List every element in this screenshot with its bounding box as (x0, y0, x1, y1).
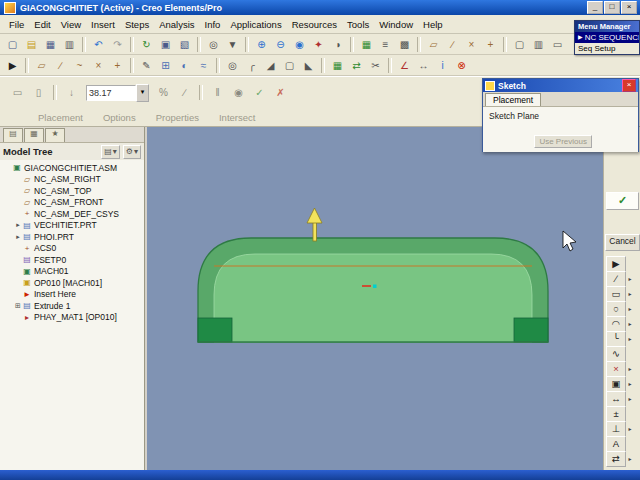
tree-expander-icon[interactable]: ▸ (14, 233, 22, 241)
tree-item-op010-mach01[interactable]: ▣OP010 [MACH01] (0, 277, 144, 289)
solid-feature-icon[interactable]: ▭ (8, 83, 27, 102)
workpiece-front-face[interactable] (214, 254, 532, 342)
menu-edit[interactable]: Edit (29, 17, 55, 32)
tab-intersect[interactable]: Intersect (219, 112, 255, 123)
sweep-tool-icon[interactable]: ≈ (194, 56, 213, 75)
menu-steps[interactable]: Steps (120, 17, 154, 32)
tree-settings-button[interactable]: ⚙▾ (123, 145, 141, 159)
new-file-icon[interactable]: ▢ (3, 35, 22, 54)
select-arrow-icon[interactable]: ▶ (3, 56, 22, 75)
close-button[interactable]: × (621, 1, 637, 14)
no-hidden-icon[interactable]: ▭ (548, 35, 567, 54)
zoom-out-icon[interactable]: ⊖ (271, 35, 290, 54)
paste-icon[interactable]: ▧ (175, 35, 194, 54)
flyout-arrow-icon[interactable]: ▸ (626, 365, 634, 372)
menu-info[interactable]: Info (200, 17, 226, 32)
hole-tool-icon[interactable]: ◎ (223, 56, 242, 75)
flyout-arrow-icon[interactable]: ▸ (626, 335, 634, 342)
datum-axis-toggle-icon[interactable]: ∕ (443, 35, 462, 54)
zoom-in-icon[interactable]: ⊕ (252, 35, 271, 54)
flyout-arrow-icon[interactable]: ▸ (626, 380, 634, 387)
chevron-down-icon[interactable]: ▾ (136, 84, 149, 102)
tree-item-phay-mat1-op010[interactable]: ▸PHAY_MAT1 [OP010] (0, 312, 144, 324)
fillet-tool-icon[interactable]: ╰ (606, 331, 626, 347)
undo-icon[interactable]: ↶ (89, 35, 108, 54)
menu-resources[interactable]: Resources (287, 17, 342, 32)
search-icon[interactable]: ◎ (204, 35, 223, 54)
repaint-icon[interactable]: ✦ (309, 35, 328, 54)
depth-type-icon[interactable]: ↓ (62, 83, 81, 102)
remove-material-icon[interactable]: ∕ (175, 83, 194, 102)
menu-view[interactable]: View (56, 17, 86, 32)
datum-curve-icon[interactable]: ~ (70, 56, 89, 75)
tree-expander-icon[interactable]: ⊞ (14, 302, 22, 310)
constraint-tool-icon[interactable]: ⊥ (606, 421, 626, 437)
flyout-arrow-icon[interactable]: ▸ (626, 275, 634, 282)
tree-expander-icon[interactable]: ▸ (14, 221, 22, 229)
tree-item-giacongchitiet-asm[interactable]: ▣GIACONGCHITIET.ASM (0, 162, 144, 174)
dimension-tool-icon[interactable]: ↔ (606, 391, 626, 407)
tree-item-nc-asm-top[interactable]: ▱NC_ASM_TOP (0, 185, 144, 197)
refit-icon[interactable]: ◉ (290, 35, 309, 54)
round-tool-icon[interactable]: ╭ (242, 56, 261, 75)
pattern-tool-icon[interactable]: ▦ (328, 56, 347, 75)
tree-item-insert-here[interactable]: ►Insert Here (0, 289, 144, 301)
apply-icon[interactable]: ✓ (250, 83, 269, 102)
tree-item-nc-asm-right[interactable]: ▱NC_ASM_RIGHT (0, 174, 144, 186)
preview-icon[interactable]: ◉ (229, 83, 248, 102)
tree-item-phoi-prt[interactable]: ▸▤PHOI.PRT (0, 231, 144, 243)
tab-placement[interactable]: Placement (38, 112, 83, 123)
wireframe-icon[interactable]: ▢ (510, 35, 529, 54)
menu-manager-item-seq-setup[interactable]: Seq Setup (575, 43, 639, 54)
rectangle-tool-icon[interactable]: ▭ (606, 286, 626, 302)
cancel-feature-icon[interactable]: ✗ (271, 83, 290, 102)
mirror-tool-icon[interactable]: ⇄ (347, 56, 366, 75)
draft-tool-icon[interactable]: ◣ (299, 56, 318, 75)
tab-placement-sketch[interactable]: Placement (485, 93, 541, 106)
select-tool-icon[interactable]: ▶ (606, 256, 626, 272)
flyout-arrow-icon[interactable]: ▸ (626, 425, 634, 432)
extrude-tool-icon[interactable]: ⊞ (156, 56, 175, 75)
tab-favorites-icon[interactable]: ★ (45, 128, 65, 142)
minimize-button[interactable]: _ (587, 1, 603, 14)
flyout-arrow-icon[interactable]: ▸ (626, 455, 634, 462)
direction-arrow-shaft[interactable] (313, 222, 316, 241)
copy-icon[interactable]: ▣ (156, 35, 175, 54)
datum-axis-icon[interactable]: ∕ (51, 56, 70, 75)
menu-tools[interactable]: Tools (342, 17, 374, 32)
menu-insert[interactable]: Insert (86, 17, 120, 32)
menu-help[interactable]: Help (418, 17, 448, 32)
chamfer-tool-icon[interactable]: ◢ (261, 56, 280, 75)
tree-item-nc-asm-def-csys[interactable]: +NC_ASM_DEF_CSYS (0, 208, 144, 220)
line-tool-icon[interactable]: ∕ (606, 271, 626, 287)
tree-item-acs0[interactable]: +ACS0 (0, 243, 144, 255)
tree-item-nc-asm-front[interactable]: ▱NC_ASM_FRONT (0, 197, 144, 209)
csys-toggle-icon[interactable]: + (481, 35, 500, 54)
spline-tool-icon[interactable]: ∿ (606, 346, 626, 362)
flyout-arrow-icon[interactable]: ▸ (626, 290, 634, 297)
menu-analysis[interactable]: Analysis (154, 17, 199, 32)
datum-csys-icon[interactable]: + (108, 56, 127, 75)
tree-item-vechitiet-prt[interactable]: ▸▤VECHITIET.PRT (0, 220, 144, 232)
stop-icon[interactable]: ⊗ (452, 56, 471, 75)
measure-icon[interactable]: ↔ (414, 56, 433, 75)
sketch-ok-button[interactable]: ✓ (606, 192, 639, 210)
pause-icon[interactable]: ‖ (208, 83, 227, 102)
mirror-sketch-icon[interactable]: ⇄ (606, 451, 626, 467)
analysis-icon[interactable]: ∠ (395, 56, 414, 75)
tab-properties[interactable]: Properties (156, 112, 199, 123)
open-icon[interactable]: ▤ (22, 35, 41, 54)
use-previous-button[interactable]: Use Previous (534, 135, 592, 148)
arc-tool-icon[interactable]: ◠ (606, 316, 626, 332)
graphics-area[interactable] (147, 127, 603, 470)
modify-tool-icon[interactable]: ± (606, 406, 626, 422)
point-tool-icon[interactable]: × (606, 361, 626, 377)
datum-point-icon[interactable]: × (89, 56, 108, 75)
sketch-tool-icon[interactable]: ✎ (137, 56, 156, 75)
info-icon[interactable]: i (433, 56, 452, 75)
use-edge-tool-icon[interactable]: ▣ (606, 376, 626, 392)
surface-feature-icon[interactable]: ▯ (29, 83, 48, 102)
tree-item-mach01[interactable]: ▣MACH01 (0, 266, 144, 278)
tab-folder-browser-icon[interactable]: ▦ (24, 128, 44, 142)
flip-direction-icon[interactable]: % (154, 83, 173, 102)
